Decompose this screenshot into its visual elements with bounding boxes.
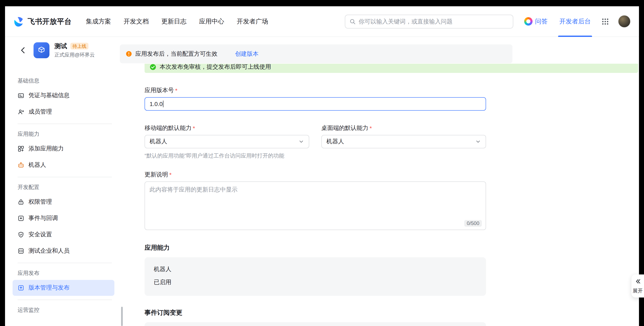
sidebar-section-capabilities: 应用能力 bbox=[5, 128, 124, 140]
capability-section-title: 应用能力 bbox=[144, 244, 639, 252]
user-avatar[interactable] bbox=[618, 15, 630, 28]
sidebar-item-version-release[interactable]: 版本管理与发布 bbox=[12, 280, 114, 296]
sidebar-item-label: 安全设置 bbox=[28, 231, 52, 238]
apps-grid-button[interactable] bbox=[602, 18, 609, 25]
text-cursor bbox=[163, 100, 164, 107]
version-label: 应用版本号* bbox=[144, 87, 639, 94]
sidebar-item-label: 测试企业和人员 bbox=[28, 247, 70, 255]
robot-icon bbox=[18, 162, 24, 168]
version-release-icon bbox=[18, 284, 24, 291]
search-icon bbox=[350, 18, 356, 24]
feishu-logo[interactable]: 飞书开放平台 bbox=[14, 16, 72, 27]
changelog-placeholder: 此内容将于应用的更新日志中显示 bbox=[150, 186, 238, 193]
apps-grid-icon bbox=[602, 18, 609, 25]
qa-label: 问答 bbox=[535, 18, 548, 25]
desktop-capability-value: 机器人 bbox=[326, 138, 344, 146]
global-search[interactable] bbox=[345, 14, 513, 28]
required-mark: * bbox=[169, 172, 172, 178]
sidebar-item-label: 权限管理 bbox=[28, 198, 52, 206]
sidebar-item-permissions[interactable]: 权限管理 bbox=[12, 194, 114, 210]
changelog-label: 更新说明* bbox=[144, 171, 639, 178]
sidebar: 基础信息 凭证与基础信息 bbox=[5, 64, 124, 326]
member-icon bbox=[18, 108, 24, 115]
chevron-down-icon bbox=[475, 139, 481, 144]
sidebar-item-events[interactable]: 事件与回调 bbox=[12, 210, 114, 226]
logo-text: 飞书开放平台 bbox=[28, 16, 72, 26]
expand-label: 展开 bbox=[633, 288, 643, 294]
sidebar-divider bbox=[18, 177, 112, 177]
mobile-capability-label: 移动端的默认能力* bbox=[144, 124, 309, 132]
top-header: 飞书开放平台 集成方案 开发文档 更新日志 应用中心 开发者广场 bbox=[5, 6, 639, 37]
chevron-down-icon bbox=[298, 139, 304, 144]
nav-item-dev-plaza[interactable]: 开发者广场 bbox=[237, 18, 268, 25]
top-nav: 集成方案 开发文档 更新日志 应用中心 开发者广场 bbox=[86, 18, 268, 25]
main-content: 本次发布免审核，提交发布后即可上线使用 应用版本号* 1.0.0 移动端的默认能… bbox=[124, 64, 639, 326]
desktop-capability-select[interactable]: 机器人 bbox=[321, 135, 486, 148]
required-mark: * bbox=[370, 125, 372, 132]
qa-button[interactable]: 问答 bbox=[524, 17, 548, 26]
expand-panel-button[interactable]: 展开 bbox=[632, 274, 644, 298]
feishu-logo-icon bbox=[14, 16, 24, 27]
nav-item-app-center[interactable]: 应用中心 bbox=[199, 18, 224, 25]
test-users-icon bbox=[18, 248, 24, 254]
sidebar-item-test-org[interactable]: 测试企业和人员 bbox=[12, 243, 114, 259]
page-body: 基础信息 凭证与基础信息 bbox=[5, 64, 639, 326]
warning-icon bbox=[126, 51, 132, 57]
sidebar-item-members[interactable]: 成员管理 bbox=[12, 104, 114, 120]
app-context-bar: 测试 待上线 正式应用@环界云 应用发布后，当前配置方可生效 创建版本 bbox=[5, 37, 639, 64]
developer-console-label: 开发者后台 bbox=[559, 18, 591, 25]
feishu-open-platform-page: 飞书开放平台 集成方案 开发文档 更新日志 应用中心 开发者广场 bbox=[0, 0, 644, 326]
nav-item-docs[interactable]: 开发文档 bbox=[124, 18, 149, 25]
sidebar-divider bbox=[18, 300, 112, 300]
nav-item-changelog[interactable]: 更新日志 bbox=[161, 18, 186, 25]
capability-summary-card: 机器人 已启用 bbox=[144, 257, 486, 296]
sidebar-item-add-capability[interactable]: 添加应用能力 bbox=[12, 141, 114, 157]
sidebar-section-release: 应用发布 bbox=[5, 267, 124, 280]
app-name: 测试 bbox=[54, 42, 67, 50]
sidebar-divider bbox=[18, 263, 112, 263]
required-mark: * bbox=[175, 87, 178, 94]
back-button[interactable] bbox=[19, 46, 27, 54]
sidebar-scrollbar[interactable] bbox=[121, 307, 123, 326]
status-badge: 待上线 bbox=[70, 43, 88, 50]
success-check-icon bbox=[150, 64, 156, 70]
sidebar-item-bot[interactable]: 机器人 bbox=[12, 157, 114, 173]
developer-console-tab[interactable]: 开发者后台 bbox=[559, 6, 591, 37]
add-capability-icon bbox=[18, 146, 24, 152]
success-banner-text: 本次发布免审核，提交发布后即可上线使用 bbox=[160, 64, 271, 71]
event-callback-icon bbox=[18, 215, 24, 222]
success-banner: 本次发布免审核，提交发布后即可上线使用 bbox=[144, 64, 638, 73]
capability-hint: “默认的应用功能”即用户通过工作台访问应用时打开的功能 bbox=[144, 152, 639, 160]
sidebar-section-operations: 运营监控 bbox=[5, 304, 124, 316]
sidebar-divider bbox=[18, 124, 112, 124]
credential-icon bbox=[18, 92, 24, 99]
sidebar-item-label: 事件与回调 bbox=[28, 214, 58, 222]
nav-item-integration[interactable]: 集成方案 bbox=[86, 18, 111, 25]
sidebar-item-credentials[interactable]: 凭证与基础信息 bbox=[12, 88, 114, 104]
changelog-textarea[interactable]: 此内容将于应用的更新日志中显示 0/500 bbox=[144, 182, 486, 230]
search-input[interactable] bbox=[359, 18, 509, 25]
sidebar-item-label: 添加应用能力 bbox=[28, 145, 64, 152]
sidebar-section-basic-info: 基础信息 bbox=[5, 74, 124, 87]
mobile-capability-value: 机器人 bbox=[150, 138, 167, 146]
sidebar-item-label: 机器人 bbox=[28, 161, 46, 169]
mobile-capability-field: 移动端的默认能力* 机器人 bbox=[144, 124, 309, 148]
security-icon bbox=[18, 231, 24, 238]
char-counter: 0/500 bbox=[464, 220, 482, 227]
event-section-title: 事件订阅变更 bbox=[144, 309, 639, 317]
app-subtitle: 正式应用@环界云 bbox=[54, 51, 95, 58]
app-meta: 测试 待上线 正式应用@环界云 bbox=[54, 42, 95, 58]
sidebar-item-security[interactable]: 安全设置 bbox=[12, 227, 114, 242]
back-arrow-icon bbox=[19, 46, 27, 54]
sidebar-item-label: 凭证与基础信息 bbox=[28, 92, 70, 99]
double-chevron-left-icon bbox=[634, 278, 641, 284]
sidebar-item-label: 版本管理与发布 bbox=[28, 284, 70, 292]
sidebar-item-label: 成员管理 bbox=[28, 108, 52, 116]
create-version-link[interactable]: 创建版本 bbox=[235, 50, 258, 58]
mobile-capability-select[interactable]: 机器人 bbox=[144, 135, 309, 148]
notice-text: 应用发布后，当前配置方可生效 bbox=[135, 50, 218, 58]
required-mark: * bbox=[193, 125, 195, 132]
version-input[interactable]: 1.0.0 bbox=[144, 97, 486, 110]
capability-name: 机器人 bbox=[154, 265, 477, 273]
desktop-capability-label: 桌面端的默认能力* bbox=[321, 124, 486, 132]
